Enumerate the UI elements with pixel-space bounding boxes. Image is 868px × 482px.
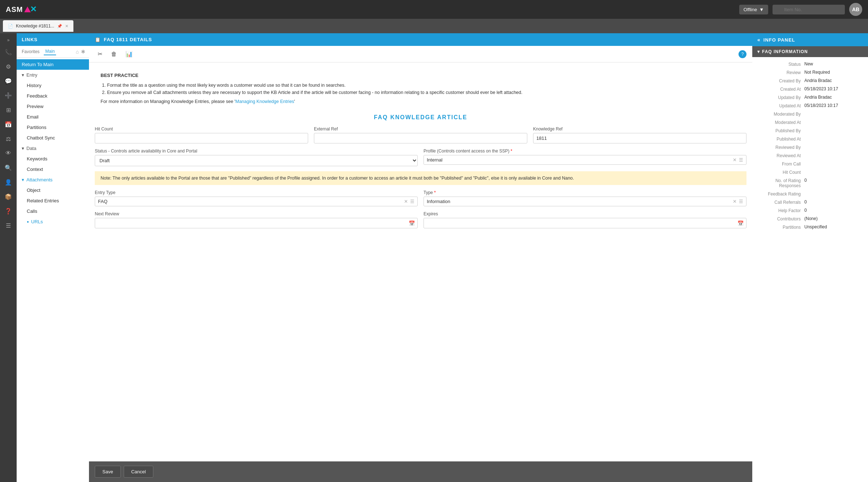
rail-menu-icon[interactable]: ☰ bbox=[2, 219, 15, 232]
nav-chatbot-label: Chatbot Sync bbox=[27, 135, 55, 141]
external-ref-input[interactable] bbox=[314, 133, 527, 143]
nav-feedback[interactable]: Feedback bbox=[17, 91, 89, 101]
info-label-updated-at: Updated At bbox=[757, 103, 804, 108]
delete-tool-btn[interactable]: 🗑 bbox=[108, 49, 120, 59]
info-value-created-by: Andria Bradac bbox=[804, 78, 863, 83]
info-label-partitions: Partitions bbox=[757, 224, 804, 230]
tab-close-icon[interactable]: ✕ bbox=[65, 24, 68, 29]
entry-type-group: Entry Type FAQ ✕ ☰ bbox=[95, 190, 418, 206]
scissors-tool-btn[interactable]: ✂ bbox=[95, 49, 105, 59]
nav-email[interactable]: Email bbox=[17, 112, 89, 122]
note-box: Note: The only articles available to the… bbox=[95, 171, 746, 185]
avatar-initials: AB bbox=[852, 7, 859, 12]
type-required-icon: * bbox=[434, 190, 436, 195]
footer-text-end: ' bbox=[294, 99, 295, 104]
nav-context[interactable]: Context bbox=[17, 164, 89, 175]
entry-type-menu-icon[interactable]: ☰ bbox=[410, 199, 414, 204]
nav-attachments-section[interactable]: ▾ Attachments bbox=[17, 175, 89, 185]
managing-knowledge-link[interactable]: Managing Knowledge Entries bbox=[235, 99, 294, 104]
nav-history[interactable]: History bbox=[17, 80, 89, 91]
info-panel-collapse-btn[interactable]: « bbox=[757, 37, 761, 43]
nav-entry-section[interactable]: ▾ Entry bbox=[17, 70, 89, 80]
info-row-created-at: Created At 05/18/2023 10:17 bbox=[752, 85, 868, 93]
help-btn[interactable]: ? bbox=[739, 50, 746, 58]
nav-data-section[interactable]: ▾ Data bbox=[17, 143, 89, 154]
rail-grid-icon[interactable]: ⊞ bbox=[2, 103, 15, 116]
type-menu-icon[interactable]: ☰ bbox=[739, 199, 743, 204]
best-practice-list: Format the title as a question using the… bbox=[101, 82, 741, 96]
next-review-cal-icon[interactable]: 📅 bbox=[409, 220, 415, 226]
rail-phone-icon[interactable]: 📞 bbox=[2, 46, 15, 59]
knowledge-ref-input[interactable] bbox=[533, 133, 746, 143]
asterisk-icon[interactable]: ✱ bbox=[81, 49, 85, 55]
info-panel-header: « INFO PANEL bbox=[752, 33, 868, 46]
save-button[interactable]: Save bbox=[95, 466, 121, 478]
tab-favorites[interactable]: Favorites bbox=[20, 48, 41, 55]
rail-chat-icon[interactable]: 💬 bbox=[2, 74, 15, 87]
rail-add-icon[interactable]: ➕ bbox=[2, 89, 15, 102]
info-row-status: Status New bbox=[752, 60, 868, 68]
rail-search2-icon[interactable]: 🔍 bbox=[2, 161, 15, 174]
rail-settings-icon[interactable]: ⚙ bbox=[2, 60, 15, 73]
profile-select-actions: ✕ ☰ bbox=[733, 157, 743, 163]
best-practice-item-2: Ensure you remove all Call attachments u… bbox=[107, 89, 741, 96]
type-clear-icon[interactable]: ✕ bbox=[733, 199, 737, 204]
main-content: 📋 FAQ 1811 DETAILS ✂ 🗑 📊 ? BEST PRACTICE… bbox=[89, 33, 752, 482]
links-title: LINKS bbox=[22, 37, 38, 42]
profile-clear-icon[interactable]: ✕ bbox=[733, 157, 737, 163]
profile-menu-icon[interactable]: ☰ bbox=[739, 157, 743, 163]
nav-calls-label: Calls bbox=[27, 208, 37, 214]
next-review-wrap: 📅 bbox=[95, 218, 418, 228]
entry-type-select[interactable]: FAQ ✕ ☰ bbox=[95, 197, 418, 206]
entry-type-clear-icon[interactable]: ✕ bbox=[404, 199, 408, 204]
rail-box-icon[interactable]: 📦 bbox=[2, 190, 15, 203]
rail-eye-icon[interactable]: 👁 bbox=[2, 147, 15, 160]
nav-calls[interactable]: Calls bbox=[17, 206, 89, 216]
nav-entry-arrow-icon: ▾ bbox=[22, 72, 24, 78]
info-row-reviewed-at: Reviewed At bbox=[752, 151, 868, 160]
search-input[interactable] bbox=[773, 5, 845, 14]
info-label-published-at: Published At bbox=[757, 136, 804, 142]
rail-person-icon[interactable]: 👤 bbox=[2, 176, 15, 189]
nav-keywords[interactable]: Keywords bbox=[17, 154, 89, 164]
expires-cal-icon[interactable]: 📅 bbox=[737, 220, 744, 226]
rail-filter-icon[interactable]: ⚖ bbox=[2, 132, 15, 145]
nav-related-entries[interactable]: Related Entries bbox=[17, 195, 89, 206]
status-dropdown[interactable]: Offline ▼ bbox=[739, 5, 768, 14]
nav-preview[interactable]: Preview bbox=[17, 101, 89, 112]
rail-expand-btn[interactable]: » bbox=[6, 36, 11, 44]
info-section-collapse-icon[interactable]: ▾ bbox=[757, 49, 760, 54]
info-row-call-referrals: Call Referrals 0 bbox=[752, 198, 868, 206]
links-tabs: Favorites Main ⌂ ✱ bbox=[17, 46, 89, 58]
info-value-help-factor: 0 bbox=[804, 208, 863, 213]
entry-type-value: FAQ bbox=[98, 199, 107, 204]
info-row-reviewed-by: Reviewed By bbox=[752, 143, 868, 151]
rail-calendar-icon[interactable]: 📅 bbox=[2, 118, 15, 131]
hit-count-group: Hit Count bbox=[95, 126, 308, 143]
knowledge-tab[interactable]: 📄 Knowledge #1811... 📌 ✕ bbox=[3, 20, 73, 32]
info-label-help-factor: Help Factor bbox=[757, 208, 804, 213]
home-icon[interactable]: ⌂ bbox=[76, 49, 79, 55]
nav-partitions[interactable]: Partitions bbox=[17, 122, 89, 133]
nav-chatbot-sync[interactable]: Chatbot Sync bbox=[17, 133, 89, 143]
chart-tool-btn[interactable]: 📊 bbox=[123, 49, 136, 59]
tab-main[interactable]: Main bbox=[44, 48, 56, 55]
nav-partitions-label: Partitions bbox=[27, 125, 46, 130]
nav-return-to-main[interactable]: Return To Main bbox=[17, 59, 89, 70]
cancel-button[interactable]: Cancel bbox=[124, 466, 153, 478]
profile-select[interactable]: Internal ✕ ☰ bbox=[424, 155, 746, 165]
rail-help-icon[interactable]: ❓ bbox=[2, 205, 15, 218]
status-select[interactable]: Draft Published bbox=[95, 155, 418, 166]
topbar: ASM ✕ Offline ▼ 🔍 AB bbox=[0, 0, 868, 19]
entry-type-actions: ✕ ☰ bbox=[404, 199, 414, 204]
type-select[interactable]: Information ✕ ☰ bbox=[424, 197, 746, 206]
expires-input[interactable] bbox=[424, 218, 746, 228]
info-label-from-call: From Call bbox=[757, 161, 804, 167]
content-header: 📋 FAQ 1811 DETAILS bbox=[89, 33, 752, 46]
hit-count-input[interactable] bbox=[95, 133, 308, 143]
info-row-partitions: Partitions Unspecified bbox=[752, 223, 868, 231]
next-review-input[interactable] bbox=[95, 218, 418, 228]
nav-object[interactable]: Object bbox=[17, 185, 89, 195]
info-value-updated-by: Andria Bradac bbox=[804, 95, 863, 100]
nav-urls[interactable]: ● URLs bbox=[17, 216, 89, 227]
